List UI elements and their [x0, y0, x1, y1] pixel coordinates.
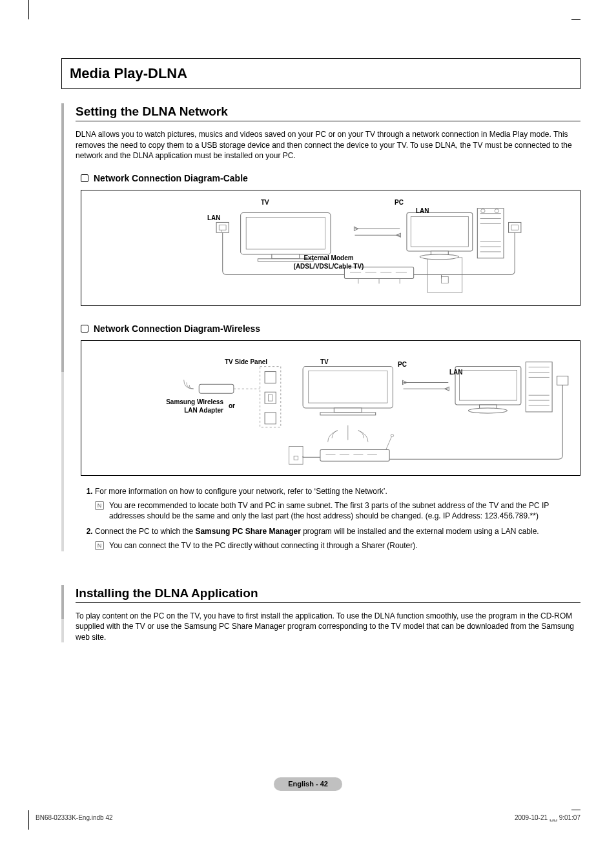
section-para: To play content on the PC on the TV, you…	[76, 611, 580, 642]
chapter-title: Media Play-DLNA	[70, 64, 572, 83]
label-modem-l1: External Modem	[287, 254, 371, 263]
svg-line-28	[386, 436, 392, 449]
svg-rect-17	[265, 371, 276, 383]
footer-right: 2009-10-21 ␣␣ 9:01:07	[515, 813, 580, 823]
label-side-panel: TV Side Panel	[225, 358, 267, 367]
label-modem-l2: (ADSL/VDSL/Cable TV)	[287, 262, 371, 271]
steps-list: For more information on how to configure…	[81, 486, 580, 551]
label-modem: External Modem (ADSL/VDSL/Cable TV)	[287, 254, 371, 271]
section-installing-dlna: Installing the DLNA Application To play …	[61, 585, 580, 642]
section-setting-dlna: Setting the DLNA Network DLNA allows you…	[61, 103, 580, 551]
subhead-wireless: Network Connection Diagram-Wireless	[76, 323, 580, 335]
label-adapter-l1: Samsung Wireless	[159, 398, 223, 407]
label-lan: LAN	[449, 368, 463, 377]
step-2-bold: Samsung PC Share Manager	[195, 527, 300, 536]
diagram-cable: TV PC LAN LAN External Modem (ADSL/VDSL/…	[81, 190, 580, 306]
crop-mark	[571, 19, 580, 20]
svg-rect-4	[216, 222, 229, 232]
step-2-text-b: program will be installed and the extern…	[301, 527, 539, 536]
svg-rect-30	[289, 446, 303, 464]
note-text: You are recommended to locate both TV an…	[109, 500, 580, 521]
label-adapter: Samsung Wireless LAN Adapter	[159, 398, 223, 415]
label-tv: TV	[261, 198, 269, 207]
crop-mark	[28, 810, 29, 830]
step-2-note: N You can connect the TV to the PC direc…	[95, 540, 580, 551]
footer-left: BN68-02333K-Eng.indb 42	[36, 813, 113, 823]
section-para: DLNA allows you to watch pictures, music…	[76, 129, 580, 161]
svg-rect-25	[320, 413, 376, 415]
page: Media Play-DLNA Setting the DLNA Network…	[0, 0, 616, 849]
diagram-wireless: TV Side Panel TV PC LAN Samsung Wireless…	[81, 340, 580, 476]
svg-point-29	[391, 434, 393, 436]
label-or: or	[229, 402, 235, 411]
svg-rect-36	[526, 362, 552, 411]
section-bar	[61, 585, 64, 642]
note-icon: N	[95, 541, 104, 550]
section-bar	[61, 103, 64, 551]
subhead-label: Network Connection Diagram-Cable	[94, 172, 248, 185]
step-1-text: For more information on how to configure…	[95, 487, 387, 496]
svg-rect-0	[241, 212, 331, 254]
step-1-note: N You are recommended to locate both TV …	[95, 500, 580, 521]
step-2: Connect the PC to which the Samsung PC S…	[95, 526, 580, 551]
chapter-box: Media Play-DLNA	[61, 58, 580, 89]
note-icon: N	[95, 501, 104, 510]
svg-rect-27	[320, 449, 389, 461]
svg-rect-31	[294, 456, 298, 460]
page-pill: English - 42	[274, 777, 342, 791]
svg-point-11	[420, 254, 458, 260]
svg-rect-7	[442, 276, 449, 283]
label-pc: PC	[395, 198, 404, 207]
checkbox-icon	[81, 325, 88, 332]
label-tv: TV	[320, 358, 329, 367]
svg-rect-37	[557, 376, 568, 385]
svg-rect-19	[265, 413, 276, 424]
crop-mark	[571, 810, 580, 810]
svg-rect-8	[407, 212, 473, 251]
crop-footer: BN68-02333K-Eng.indb 42 2009-10-21 ␣␣ 9:…	[36, 813, 580, 823]
label-lan-right: LAN	[416, 207, 429, 216]
step-1: For more information on how to configure…	[95, 486, 580, 522]
subhead-label: Network Connection Diagram-Wireless	[94, 323, 260, 335]
page-footer: English - 42	[0, 777, 616, 791]
svg-rect-24	[334, 408, 362, 413]
label-adapter-l2: LAN Adapter	[159, 406, 223, 415]
svg-rect-15	[509, 222, 521, 232]
svg-rect-21	[199, 384, 234, 393]
label-lan-left: LAN	[207, 214, 221, 223]
checkbox-icon	[81, 174, 88, 182]
section-title: Installing the DLNA Application	[76, 585, 580, 604]
step-2-text-a: Connect the PC to which the	[95, 527, 195, 536]
svg-rect-22	[303, 366, 393, 407]
subhead-cable: Network Connection Diagram-Cable	[76, 172, 580, 185]
section-title: Setting the DLNA Network	[76, 103, 580, 122]
svg-rect-18	[265, 392, 276, 404]
svg-rect-12	[477, 208, 504, 258]
svg-point-35	[468, 408, 507, 413]
svg-rect-32	[455, 366, 521, 404]
note-text: You can connect the TV to the PC directl…	[109, 540, 418, 551]
label-pc: PC	[398, 360, 407, 369]
crop-mark	[28, 0, 29, 19]
